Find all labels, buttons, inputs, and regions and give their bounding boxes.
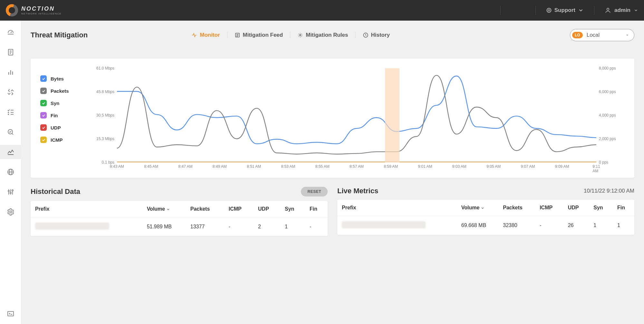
scope-select[interactable]: LO Local bbox=[570, 29, 634, 41]
highlight-band bbox=[385, 68, 399, 162]
chevron-down-icon bbox=[634, 8, 638, 13]
sidebar-item-settings[interactable] bbox=[0, 205, 21, 219]
brand-logo-icon bbox=[6, 4, 18, 16]
check-icon bbox=[40, 75, 47, 82]
sub-tabs: Monitor Mitigation Feed Mitigation Rules… bbox=[184, 32, 397, 38]
legend-item-icmp[interactable]: ICMP bbox=[40, 137, 89, 143]
sidebar-item-threat-mitigation[interactable] bbox=[0, 145, 21, 159]
y-axis-right: 8,000 pps 6,000 pps 4,000 pps 2,000 pps … bbox=[599, 68, 625, 162]
col-syn[interactable]: Syn bbox=[589, 200, 613, 216]
user-name: admin bbox=[614, 7, 630, 14]
brand-name: NOCTION bbox=[21, 6, 62, 12]
scope-label: Local bbox=[587, 32, 621, 38]
col-udp[interactable]: UDP bbox=[563, 200, 589, 216]
sidebar-item-sliders[interactable] bbox=[0, 185, 21, 199]
svg-point-33 bbox=[10, 192, 11, 194]
reset-button[interactable]: RESET bbox=[301, 187, 328, 196]
svg-point-22 bbox=[8, 114, 9, 115]
svg-point-10 bbox=[607, 8, 609, 10]
svg-rect-37 bbox=[8, 311, 14, 316]
sidebar-item-inspect[interactable] bbox=[0, 125, 21, 139]
tab-label: History bbox=[371, 32, 390, 38]
legend-item-fin[interactable]: Fin bbox=[40, 112, 89, 119]
user-icon bbox=[605, 7, 611, 14]
tab-label: Monitor bbox=[200, 32, 220, 38]
live-table: Prefix Volume Packets ICMP UDP Syn Fin 6… bbox=[337, 200, 634, 235]
col-prefix[interactable]: Prefix bbox=[337, 200, 457, 216]
brand[interactable]: NOCTION NETWORK INTELLIGENCE bbox=[6, 4, 62, 16]
col-udp[interactable]: UDP bbox=[254, 201, 280, 217]
svg-point-35 bbox=[12, 190, 13, 191]
svg-point-20 bbox=[8, 112, 9, 113]
check-icon bbox=[40, 88, 47, 94]
col-packets[interactable]: Packets bbox=[498, 200, 535, 216]
sidebar-item-reports[interactable] bbox=[0, 45, 21, 59]
sidebar-item-dashboard[interactable] bbox=[0, 25, 21, 39]
activity-icon bbox=[191, 32, 197, 38]
col-syn[interactable]: Syn bbox=[280, 201, 305, 217]
chart[interactable]: 61.0 Mbps 45.8 Mbps 30.5 Mbps 15.3 Mbps … bbox=[89, 68, 625, 175]
cell-prefix bbox=[31, 217, 142, 236]
user-menu[interactable]: admin bbox=[605, 7, 638, 14]
chevron-down-icon bbox=[625, 33, 630, 37]
table-row[interactable]: 51.989 MB 13377 - 2 1 - bbox=[31, 217, 328, 236]
cell-volume: 51.989 MB bbox=[142, 217, 186, 236]
col-volume[interactable]: Volume bbox=[457, 200, 499, 216]
svg-point-36 bbox=[10, 211, 12, 213]
col-fin[interactable]: Fin bbox=[305, 201, 328, 217]
gear-icon bbox=[297, 32, 303, 38]
divider bbox=[500, 6, 501, 15]
divider bbox=[594, 6, 594, 15]
support-label: Support bbox=[554, 7, 575, 14]
sidebar bbox=[0, 21, 21, 324]
check-icon bbox=[40, 112, 47, 119]
brand-tagline: NETWORK INTELLIGENCE bbox=[21, 12, 62, 15]
topbar: NOCTION NETWORK INTELLIGENCE Support bbox=[0, 0, 644, 21]
tab-history[interactable]: History bbox=[356, 32, 397, 38]
col-packets[interactable]: Packets bbox=[186, 201, 224, 217]
legend-item-bytes[interactable]: Bytes bbox=[40, 75, 89, 82]
cell-fin: 1 bbox=[613, 216, 634, 235]
tab-label: Mitigation Feed bbox=[243, 32, 283, 38]
col-icmp[interactable]: ICMP bbox=[535, 200, 563, 216]
plot-area bbox=[117, 68, 596, 162]
cell-fin: - bbox=[305, 217, 328, 236]
sidebar-item-checklist[interactable] bbox=[0, 105, 21, 119]
legend-item-syn[interactable]: Syn bbox=[40, 100, 89, 106]
table-row[interactable]: 69.668 MB 32380 - 26 1 1 bbox=[337, 216, 634, 235]
col-fin[interactable]: Fin bbox=[613, 200, 634, 216]
sidebar-item-console[interactable] bbox=[0, 307, 21, 321]
cell-syn: 1 bbox=[280, 217, 305, 236]
col-prefix[interactable]: Prefix bbox=[31, 201, 142, 217]
tab-label: Mitigation Rules bbox=[306, 32, 348, 38]
check-icon bbox=[40, 137, 47, 143]
check-icon bbox=[40, 124, 47, 131]
scope-badge: LO bbox=[572, 32, 583, 38]
live-timestamp: 10/11/22 9:12:00 AM bbox=[584, 188, 634, 194]
cell-prefix bbox=[337, 216, 457, 235]
tab-mitigation-rules[interactable]: Mitigation Rules bbox=[290, 32, 355, 38]
col-icmp[interactable]: ICMP bbox=[224, 201, 254, 217]
support-menu[interactable]: Support bbox=[546, 7, 584, 14]
sidebar-item-collapse[interactable] bbox=[0, 85, 21, 99]
divider bbox=[535, 6, 536, 15]
tab-monitor[interactable]: Monitor bbox=[184, 32, 227, 38]
cell-syn: 1 bbox=[589, 216, 613, 235]
legend-item-udp[interactable]: UDP bbox=[40, 124, 89, 131]
cell-packets: 13377 bbox=[186, 217, 224, 236]
clock-icon bbox=[363, 32, 369, 38]
check-icon bbox=[40, 100, 47, 106]
y-axis-left: 61.0 Mbps 45.8 Mbps 30.5 Mbps 15.3 Mbps … bbox=[89, 68, 114, 162]
main-content: Threat Mitigation Monitor Mitigation Fee… bbox=[21, 21, 644, 324]
col-volume[interactable]: Volume bbox=[142, 201, 186, 217]
sidebar-item-global[interactable] bbox=[0, 165, 21, 179]
cell-udp: 26 bbox=[563, 216, 589, 235]
chevron-down-icon bbox=[578, 7, 584, 13]
sidebar-item-stats[interactable] bbox=[0, 65, 21, 79]
x-axis: 8:43 AM8:45 AM8:47 AM8:49 AM8:51 AM8:53 … bbox=[117, 164, 596, 175]
tab-mitigation-feed[interactable]: Mitigation Feed bbox=[227, 32, 291, 38]
svg-point-43 bbox=[300, 34, 301, 36]
cell-volume: 69.668 MB bbox=[457, 216, 499, 235]
live-title: Live Metrics bbox=[337, 187, 378, 195]
legend-item-packets[interactable]: Packets bbox=[40, 88, 89, 94]
